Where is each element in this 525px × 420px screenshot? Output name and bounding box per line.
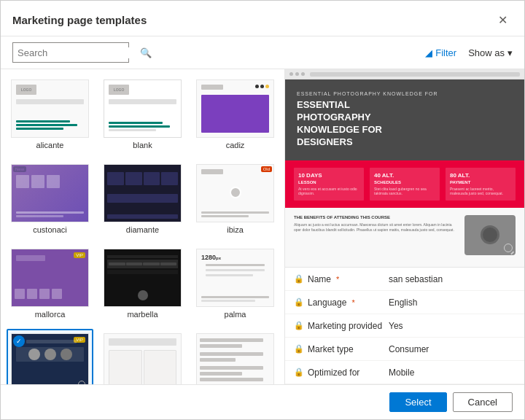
preview-browser-bar [285, 69, 524, 79]
marketing-templates-dialog: Marketing page templates ✕ 🔍 ◢ Filter Sh… [0, 0, 525, 420]
property-label-language-text: Language [308, 298, 346, 308]
preview-bottom-text: Aliquam ac justo a est luctus accumsan. … [294, 222, 457, 233]
template-label-mallorca: mallorca [35, 310, 66, 319]
search-icon: 🔍 [140, 47, 152, 58]
template-item-marbella[interactable]: marbella [99, 244, 186, 323]
chevron-down-icon: ▾ [508, 47, 513, 58]
close-button[interactable]: ✕ [492, 9, 513, 30]
dialog-toolbar: 🔍 ◢ Filter Show as ▾ [1, 36, 524, 69]
template-item-custonaci[interactable]: New custonaci [7, 160, 93, 238]
template-list: LOGO alicante LOGO [1, 69, 285, 384]
template-label-blank: blank [133, 141, 152, 149]
properties-section: 🔒 Name * san sebastian 🔒 Language * Engl… [285, 267, 524, 384]
template-item-alicante[interactable]: LOGO alicante [7, 75, 93, 154]
template-thumb-struct-1 [196, 333, 274, 384]
preview-hero-eyebrow: ESSENTIAL PHOTOGRAPHY KNOWLEDGE FOR [297, 91, 513, 96]
property-label-name: 🔒 Name * [294, 274, 389, 284]
preview-card-schedules-title: SCHEDULES [374, 180, 435, 184]
lock-icon-marketing: 🔒 [294, 321, 304, 330]
template-thumb-blank: LOGO [104, 79, 182, 138]
template-item-diamante[interactable]: diamante [99, 160, 186, 238]
dialog-body: LOGO alicante LOGO [1, 69, 524, 384]
property-label-marketing: 🔒 Marketing provided [294, 321, 389, 331]
preview-card-payment-text: Praesent ac laoreet merito, malesuada ju… [450, 187, 511, 196]
cancel-button[interactable]: Cancel [453, 392, 513, 412]
property-label-optimized-text: Optimized for [308, 368, 359, 378]
template-thumb-ibiza: Old [196, 164, 274, 222]
template-label-cadiz: cadiz [226, 141, 245, 149]
filter-button[interactable]: ◢ Filter [425, 47, 456, 58]
preview-card-payment: 80 ALT. PAYMENT Praesent ac laoreet meri… [446, 168, 516, 201]
preview-text-block: THE BENEFITS OF ATTENDING THIS COURSE Al… [294, 215, 457, 260]
property-label-market-type: 🔒 Market type [294, 344, 389, 354]
detail-panel: ESSENTIAL PHOTOGRAPHY KNOWLEDGE FOR ESSE… [285, 69, 524, 384]
preview-card-schedules-num: 40 ALT. [374, 172, 435, 179]
preview-bottom-heading: THE BENEFITS OF ATTENDING THIS COURSE [294, 215, 457, 219]
toolbar-right: ◢ Filter Show as ▾ [425, 47, 513, 58]
property-value-optimized: Mobile [389, 368, 516, 378]
template-thumb-diamante [104, 164, 182, 222]
dialog-title: Marketing page templates [12, 14, 147, 26]
browser-dot-3 [301, 72, 305, 76]
template-thumb-palma: 1280px [196, 249, 274, 307]
property-row-market-type: 🔒 Market type Consumer [285, 338, 524, 361]
select-button[interactable]: Select [389, 392, 446, 412]
property-label-marketing-text: Marketing provided [308, 321, 382, 331]
template-thumb-custonaci: New [11, 164, 89, 222]
template-item-sitges[interactable]: sitges [99, 329, 186, 384]
template-label-palma: palma [225, 310, 246, 319]
search-box: 🔍 [12, 42, 129, 63]
template-item-san-sebastian[interactable]: ✓ VIP san sebastian [7, 329, 93, 384]
property-value-language: English [389, 298, 516, 308]
property-row-marketing: 🔒 Marketing provided Yes [285, 314, 524, 338]
template-item-cadiz[interactable]: cadiz [192, 75, 279, 154]
lock-icon-language: 🔒 [294, 298, 304, 307]
property-label-market-type-text: Market type [308, 344, 354, 354]
preview-camera-search-icon [504, 244, 513, 252]
preview-hero: ESSENTIAL PHOTOGRAPHY KNOWLEDGE FOR ESSE… [285, 79, 524, 160]
show-as-button[interactable]: Show as ▾ [468, 47, 513, 58]
template-label-custonaci: custonaci [33, 225, 66, 234]
property-row-language: 🔒 Language * English [285, 291, 524, 314]
preview-card-lesson-num: 10 DAYS [298, 172, 359, 179]
required-star-language: * [351, 298, 354, 307]
preview-card-schedules-text: Stet clita kasd gubergren no sea takimat… [374, 187, 435, 196]
property-label-language: 🔒 Language * [294, 298, 389, 308]
template-thumb-san-sebastian: ✓ VIP [11, 333, 89, 384]
template-label-alicante: alicante [36, 141, 64, 149]
dialog-footer: Select Cancel [1, 384, 524, 419]
template-item-blank[interactable]: LOGO blank [99, 75, 186, 154]
preview-card-lesson: 10 DAYS LESSON At vero eos et accusam et… [294, 168, 364, 201]
property-row-optimized: 🔒 Optimized for Mobile [285, 361, 524, 384]
browser-dot-2 [295, 72, 299, 76]
property-value-market-type: Consumer [389, 344, 516, 354]
filter-icon: ◢ [425, 47, 432, 58]
preview-area: ESSENTIAL PHOTOGRAPHY KNOWLEDGE FOR ESSE… [285, 69, 524, 267]
preview-pink-section: 10 DAYS LESSON At vero eos et accusam et… [285, 160, 524, 208]
template-item-palma[interactable]: 1280px palma [192, 244, 279, 323]
template-thumb-cadiz [196, 79, 274, 138]
property-label-name-text: Name [308, 274, 331, 284]
preview-card-payment-title: PAYMENT [450, 180, 511, 184]
template-label-diamante: diamante [126, 225, 159, 234]
preview-card-schedules: 40 ALT. SCHEDULES Stet clita kasd guberg… [370, 168, 440, 201]
template-thumb-sitges [104, 333, 182, 384]
property-value-name: san sebastian [389, 274, 516, 284]
template-item-struct-1[interactable]: struct-1 [192, 329, 279, 384]
template-thumb-marbella [104, 249, 182, 307]
required-star-name: * [336, 275, 339, 284]
template-item-mallorca[interactable]: VIP mallorca [7, 244, 93, 323]
property-label-optimized: 🔒 Optimized for [294, 368, 389, 378]
lock-icon-market-type: 🔒 [294, 344, 304, 354]
lock-icon-optimized: 🔒 [294, 368, 304, 377]
template-thumb-alicante: LOGO [11, 79, 89, 138]
selected-checkmark: ✓ [13, 335, 25, 347]
preview-image: ESSENTIAL PHOTOGRAPHY KNOWLEDGE FOR ESSE… [285, 69, 524, 267]
preview-camera [464, 215, 516, 255]
template-item-ibiza[interactable]: Old ibiza [192, 160, 279, 238]
preview-hero-title: ESSENTIALPHOTOGRAPHYKNOWLEDGE FORDESIGNE… [297, 99, 513, 149]
search-input[interactable] [18, 47, 140, 58]
lock-icon-name: 🔒 [294, 274, 304, 284]
template-thumb-mallorca: VIP [11, 249, 89, 307]
preview-card-payment-num: 80 ALT. [450, 172, 511, 179]
